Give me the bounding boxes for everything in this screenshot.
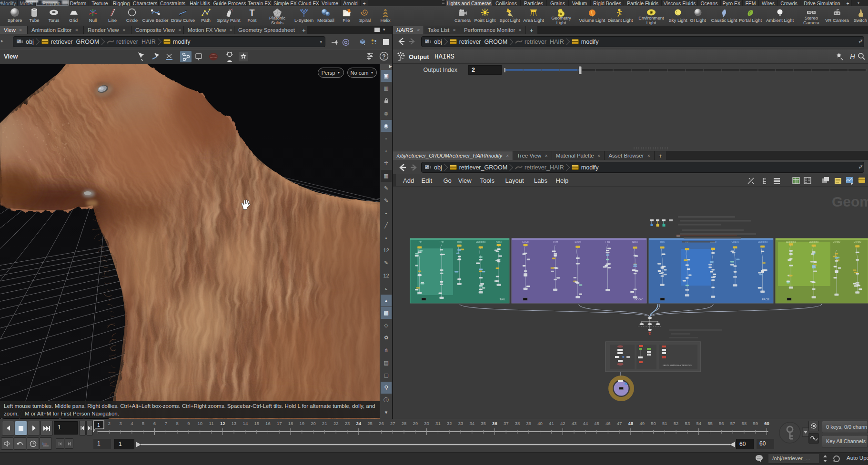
svg-text:48: 48 bbox=[628, 421, 634, 426]
svg-text:23: 23 bbox=[345, 421, 350, 426]
svg-text:12: 12 bbox=[220, 421, 225, 426]
svg-text:Density: Density bbox=[854, 241, 862, 243]
svg-text:Trim: Trim bbox=[439, 241, 444, 243]
svg-text:57: 57 bbox=[730, 421, 736, 426]
svg-text:8: 8 bbox=[176, 421, 178, 426]
svg-text:56: 56 bbox=[719, 421, 724, 426]
svg-text:T: T bbox=[250, 8, 255, 18]
svg-text:SetUp: SetUp bbox=[522, 241, 529, 243]
svg-text:30: 30 bbox=[424, 421, 429, 426]
svg-text:53: 53 bbox=[685, 421, 690, 426]
svg-text:58: 58 bbox=[742, 421, 747, 426]
svg-text:Trim: Trim bbox=[457, 241, 461, 243]
svg-text:Frizz: Frizz bbox=[606, 241, 611, 243]
svg-text:?: ? bbox=[382, 53, 385, 60]
svg-text:31: 31 bbox=[435, 421, 441, 426]
svg-text:45: 45 bbox=[594, 421, 599, 426]
svg-text:47: 47 bbox=[617, 421, 622, 426]
svg-text:43: 43 bbox=[572, 421, 577, 426]
svg-text:13: 13 bbox=[232, 421, 237, 426]
svg-text:24: 24 bbox=[356, 421, 362, 426]
svg-text:52: 52 bbox=[674, 421, 679, 426]
svg-text:20: 20 bbox=[311, 421, 316, 426]
svg-text:54: 54 bbox=[696, 421, 701, 426]
svg-text:Noise: Noise bbox=[496, 241, 502, 243]
svg-text:14: 14 bbox=[243, 421, 248, 426]
svg-text:Trim: Trim bbox=[660, 241, 664, 243]
svg-text:4: 4 bbox=[131, 421, 133, 426]
svg-text:Geometry: Geometry bbox=[832, 194, 868, 209]
svg-text:Clumping: Clumping bbox=[758, 241, 768, 243]
svg-text:51: 51 bbox=[662, 421, 667, 426]
svg-text:7: 7 bbox=[165, 421, 167, 426]
svg-text:60: 60 bbox=[764, 421, 769, 426]
svg-text:Frizz: Frizz bbox=[553, 241, 558, 243]
svg-text:36: 36 bbox=[492, 421, 497, 426]
svg-text:Density: Density bbox=[833, 241, 841, 243]
svg-text:H: H bbox=[850, 52, 855, 60]
svg-text:37: 37 bbox=[504, 421, 509, 426]
svg-text:SetUp: SetUp bbox=[575, 241, 581, 243]
svg-text:15: 15 bbox=[254, 421, 259, 426]
svg-text:33: 33 bbox=[458, 421, 464, 426]
svg-text:10: 10 bbox=[197, 421, 202, 426]
svg-text:Clumping: Clumping bbox=[809, 241, 819, 243]
svg-text:TAIL: TAIL bbox=[500, 298, 506, 301]
svg-text:38: 38 bbox=[515, 421, 520, 426]
svg-text:34: 34 bbox=[470, 421, 475, 426]
svg-text:46: 46 bbox=[606, 421, 611, 426]
svg-text:18: 18 bbox=[288, 421, 293, 426]
svg-text:55: 55 bbox=[707, 421, 713, 426]
svg-text:39: 39 bbox=[526, 421, 532, 426]
svg-text:9: 9 bbox=[187, 421, 190, 426]
svg-text:5: 5 bbox=[142, 421, 144, 426]
svg-text:2: 2 bbox=[108, 421, 111, 426]
svg-text:17: 17 bbox=[277, 421, 282, 426]
svg-text:Clumping: Clumping bbox=[786, 241, 796, 243]
svg-text:32: 32 bbox=[447, 421, 452, 426]
svg-text:KEEPS SHADING ATTRIBUTES: KEEPS SHADING ATTRIBUTES bbox=[663, 364, 692, 366]
svg-text:1: 1 bbox=[97, 422, 100, 428]
svg-text:40: 40 bbox=[537, 421, 543, 426]
svg-text:11: 11 bbox=[209, 421, 214, 426]
svg-text:28: 28 bbox=[402, 421, 407, 426]
svg-text:6: 6 bbox=[153, 421, 156, 426]
svg-text:3: 3 bbox=[119, 421, 121, 426]
svg-text:19: 19 bbox=[300, 421, 305, 426]
svg-text:ı̇ı|ı: ı̇ı|ı bbox=[42, 442, 47, 446]
svg-text:35: 35 bbox=[481, 421, 486, 426]
svg-text:27: 27 bbox=[390, 421, 395, 426]
svg-text:Clumping: Clumping bbox=[476, 241, 486, 243]
svg-text:59: 59 bbox=[753, 421, 758, 426]
svg-text:29: 29 bbox=[413, 421, 418, 426]
svg-text:50: 50 bbox=[651, 421, 656, 426]
svg-text:44: 44 bbox=[583, 421, 588, 426]
svg-text:25: 25 bbox=[367, 421, 373, 426]
svg-text:Noise: Noise bbox=[632, 241, 638, 243]
svg-text:16: 16 bbox=[265, 421, 271, 426]
svg-text:26: 26 bbox=[379, 421, 384, 426]
svg-text:Trim: Trim bbox=[417, 241, 422, 243]
svg-text:BODY: BODY bbox=[635, 298, 643, 301]
svg-text:41: 41 bbox=[549, 421, 554, 426]
svg-text:21: 21 bbox=[322, 421, 327, 426]
svg-text:42: 42 bbox=[560, 421, 565, 426]
svg-text:FACE: FACE bbox=[762, 298, 769, 301]
svg-text:49: 49 bbox=[639, 421, 645, 426]
svg-text:Guides: Guides bbox=[731, 241, 739, 243]
svg-text:22: 22 bbox=[333, 421, 339, 426]
